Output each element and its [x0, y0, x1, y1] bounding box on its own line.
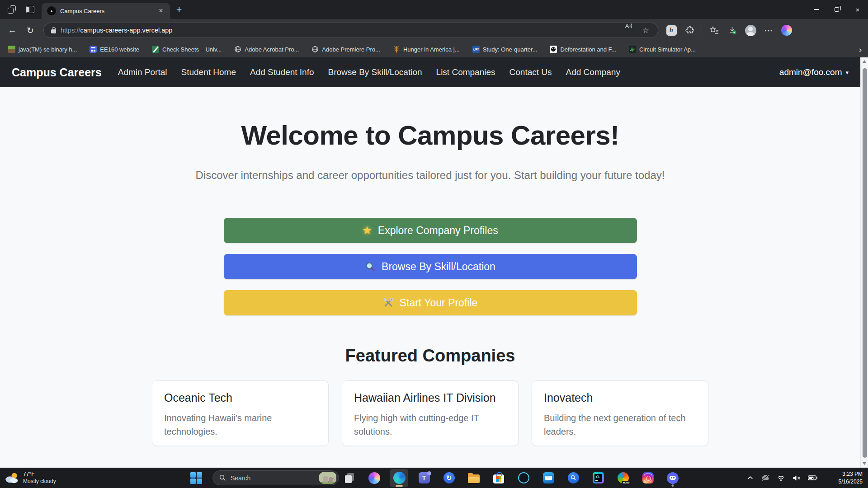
weather-widget[interactable]: 77°F Mostly cloudy	[5, 468, 56, 488]
workspaces-icon[interactable]	[26, 6, 34, 13]
instagram-app-button[interactable]	[639, 469, 657, 487]
scrollbar-thumb[interactable]	[863, 68, 867, 458]
upi-badge-icon: UPI	[472, 46, 480, 53]
bookmark-premiere[interactable]: Adobe Premiere Pro...	[311, 46, 380, 53]
wifi-icon[interactable]	[777, 475, 785, 481]
profile-avatar[interactable]	[743, 23, 758, 38]
bookmark-circuit-sim[interactable]: Circuit Simulator Ap...	[629, 46, 696, 53]
bookmark-upi-study[interactable]: UPIStudy: One-quarter...	[472, 46, 538, 53]
page-title: Welcome to Campus Careers!	[0, 120, 860, 151]
bookmark-ee160[interactable]: EE160 website	[90, 46, 139, 53]
edge-app-button[interactable]	[390, 469, 408, 487]
nav-link-admin-portal[interactable]: Admin Portal	[118, 67, 167, 77]
bookmarks-overflow-chevron[interactable]: ›	[859, 45, 862, 54]
settings-more-icon[interactable]: ⋯	[761, 23, 776, 38]
alexa-app-button[interactable]	[514, 469, 533, 487]
minimize-button[interactable]	[806, 0, 826, 19]
copilot-app-button[interactable]	[365, 469, 383, 487]
scrollbar-down-arrow-icon[interactable]	[863, 462, 866, 465]
downloads-icon[interactable]	[725, 23, 740, 38]
lock-icon[interactable]	[51, 29, 56, 33]
company-card-hawaiian-airlines[interactable]: Hawaiian Airlines IT Division Flying hig…	[342, 380, 519, 446]
bookmarks-bar: java(TM) se binary h... EE160 website Ch…	[0, 42, 868, 57]
favorites-hub-icon[interactable]	[707, 23, 722, 38]
nav-link-add-company[interactable]: Add Company	[566, 67, 620, 77]
tab-title: Campus Careers	[60, 8, 152, 14]
featured-companies-heading: Featured Companies	[0, 346, 860, 366]
taskbar-search[interactable]: Search	[212, 470, 339, 485]
tab-actions-icon[interactable]	[7, 5, 16, 14]
microsoft-store-button[interactable]	[490, 469, 508, 487]
hammer-wrench-icon	[383, 297, 394, 308]
bookmark-acrobat[interactable]: Adobe Acrobat Pro...	[234, 46, 299, 53]
quick-assist-button[interactable]	[564, 469, 582, 487]
outlook-app-button[interactable]	[539, 469, 557, 487]
teams-app-button[interactable]: T	[415, 469, 433, 487]
back-button[interactable]: ←	[5, 23, 20, 38]
taskbar-apps: T ↻ CL M365	[340, 468, 682, 488]
address-bar[interactable]: https://campus-careers-app.vercel.app A …	[43, 23, 658, 38]
copilot-icon[interactable]	[779, 23, 794, 38]
tray-chevron-up-icon[interactable]	[747, 476, 753, 480]
scrollbar-up-arrow-icon[interactable]	[863, 60, 866, 63]
explore-company-profiles-button[interactable]: ★ Explore Company Profiles	[224, 218, 637, 243]
nav-link-contact-us[interactable]: Contact Us	[509, 67, 552, 77]
bookmark-deforestation[interactable]: Deforestation and F...	[550, 46, 616, 53]
page-scrollbar[interactable]	[860, 57, 868, 468]
clock-date: 5/16/2025	[839, 478, 863, 485]
read-aloud-waves	[629, 23, 633, 29]
restore-button[interactable]	[826, 0, 847, 19]
nav-link-browse-skill-location[interactable]: Browse By Skill/Location	[328, 67, 422, 77]
start-your-profile-button[interactable]: Start Your Profile	[224, 290, 637, 315]
honey-extension-icon[interactable]: h	[664, 23, 679, 38]
browser-tab-strip: ▲ Campus Careers × + ×	[0, 0, 868, 19]
file-explorer-button[interactable]	[465, 469, 483, 487]
discord-app-button[interactable]	[664, 469, 682, 487]
nav-link-list-companies[interactable]: List Companies	[436, 67, 495, 77]
browse-by-skill-location-button[interactable]: Browse By Skill/Location	[224, 254, 637, 279]
search-highlight-image[interactable]	[319, 472, 337, 484]
new-tab-button[interactable]: +	[170, 4, 188, 19]
company-name: Hawaiian Airlines IT Division	[354, 391, 506, 404]
onedrive-offline-icon[interactable]	[760, 474, 770, 481]
taskbar-clock[interactable]: 3:23 PM 5/16/2025	[839, 468, 863, 488]
bookmark-check-sheets[interactable]: Check Sheets – Univ...	[152, 46, 222, 53]
sync-app-button[interactable]: ↻	[440, 469, 458, 487]
m365-copilot-button[interactable]: M365	[614, 469, 632, 487]
account-dropdown[interactable]: admin@foo.com ▾	[779, 67, 849, 77]
nav-link-student-home[interactable]: Student Home	[181, 67, 236, 77]
bookmark-hunger[interactable]: Hunger in America |...	[393, 46, 460, 53]
url-text[interactable]: https://campus-careers-app.vercel.app	[61, 27, 618, 34]
site-navbar: Campus Careers Admin Portal Student Home…	[0, 57, 860, 87]
start-button[interactable]	[190, 472, 202, 484]
nav-link-add-student-info[interactable]: Add Student Info	[250, 67, 314, 77]
m365-copilot-icon: M365	[618, 472, 629, 483]
company-card-inovatech[interactable]: Inovatech Building the next generation o…	[532, 380, 708, 446]
battery-saver-icon[interactable]	[808, 475, 817, 481]
outlook-icon	[543, 472, 554, 483]
green-pencil-icon	[152, 46, 159, 53]
site-brand[interactable]: Campus Careers	[12, 66, 102, 79]
clion-icon: CL	[593, 472, 604, 483]
edge-icon	[393, 472, 406, 484]
bookmark-java[interactable]: java(TM) se binary h...	[8, 46, 77, 53]
clion-app-button[interactable]: CL	[589, 469, 607, 487]
company-card-oceanic-tech[interactable]: Oceanic Tech Innovating Hawaii's marine …	[152, 380, 329, 446]
page-subtitle: Discover internships and career opportun…	[0, 169, 860, 182]
close-button[interactable]: ×	[847, 0, 868, 19]
favorite-star-icon[interactable]: ☆	[638, 23, 653, 38]
refresh-button[interactable]: ↻	[23, 23, 38, 38]
extensions-puzzle-icon[interactable]	[682, 23, 697, 38]
read-aloud-icon[interactable]: A	[623, 23, 636, 38]
volume-muted-icon[interactable]	[792, 475, 801, 481]
sync-icon: ↻	[443, 472, 455, 483]
task-view-button[interactable]	[340, 469, 359, 487]
company-description: Innovating Hawaii's marine technologies.	[164, 411, 316, 438]
browser-tab[interactable]: ▲ Campus Careers ×	[42, 3, 170, 19]
minimize-icon	[814, 9, 819, 9]
search-input[interactable]: Search	[231, 474, 314, 482]
globe-icon	[311, 46, 319, 53]
company-name: Inovatech	[544, 391, 696, 404]
tab-close-icon[interactable]: ×	[156, 6, 165, 15]
company-description: Flying high with cutting-edge IT solutio…	[354, 411, 506, 438]
